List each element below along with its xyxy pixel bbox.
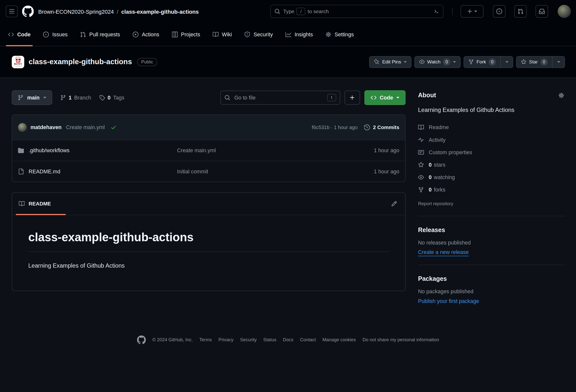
page-title[interactable]: class-example-github-actions <box>29 58 132 66</box>
branches-link[interactable]: 1 Branch <box>60 95 91 101</box>
issue-opened-icon <box>43 31 49 37</box>
tab-projects[interactable]: Projects <box>168 23 204 46</box>
breadcrumb-repo[interactable]: class-example-github-actions <box>121 8 199 14</box>
footer-link-terms[interactable]: Terms <box>199 337 212 343</box>
star-icon <box>418 162 424 168</box>
sidebar: About Learning Examples of Github Action… <box>418 90 565 304</box>
publish-package-link[interactable]: Publish your first package <box>418 298 479 304</box>
command-palette-button[interactable] <box>433 8 439 14</box>
footer-link-contact[interactable]: Contact <box>300 337 316 343</box>
repo-actions: Edit Pins Watch 0 Fork 0 Star 0 <box>369 56 565 68</box>
user-avatar[interactable] <box>558 5 571 18</box>
commit-author-avatar[interactable] <box>18 123 27 132</box>
file-commit-time: 1 hour ago <box>337 168 399 174</box>
branch-selector[interactable]: main <box>12 90 52 105</box>
file-link[interactable]: README.md <box>18 168 177 174</box>
fork-button[interactable]: Fork 0 <box>464 56 513 68</box>
edit-readme-button[interactable] <box>390 199 399 208</box>
tab-wiki[interactable]: Wiki <box>209 23 236 46</box>
plus-icon <box>467 8 473 14</box>
org-avatar-crest <box>16 59 20 63</box>
tab-issues[interactable]: Issues <box>39 23 71 46</box>
sidebar-item-forks[interactable]: 0 forks <box>418 184 565 196</box>
issue-opened-icon <box>496 8 502 14</box>
chevron-down-icon <box>43 97 46 98</box>
edit-about-button[interactable] <box>558 92 565 99</box>
sidebar-item-watching[interactable]: 0 watching <box>418 171 565 184</box>
code-dropdown-button[interactable]: Code <box>364 90 406 105</box>
tags-link[interactable]: 0 Tags <box>99 95 124 101</box>
file-icon <box>18 168 24 174</box>
org-avatar[interactable]: BROWN ECONOMICS <box>12 56 24 68</box>
tab-code[interactable]: Code <box>4 23 34 46</box>
edit-pins-button[interactable]: Edit Pins <box>369 56 411 68</box>
star-dropdown[interactable] <box>552 56 565 67</box>
footer-link-status[interactable]: Status <box>263 337 276 343</box>
org-avatar-laurel <box>15 57 21 58</box>
tab-settings[interactable]: Settings <box>322 23 357 46</box>
about-meta-list: Readme Activity Custom properties 0 star… <box>418 121 565 196</box>
go-to-file-input[interactable] <box>233 94 324 101</box>
footer-link-do-not-share[interactable]: Do not share my personal information <box>362 337 439 343</box>
report-repository-link[interactable]: Report repository <box>418 201 453 206</box>
hamburger-menu-button[interactable] <box>6 5 18 17</box>
repo-toolbar: main 1 Branch 0 Tags t <box>12 90 405 105</box>
breadcrumb-owner[interactable]: Brown-ECON2020-Spring2024 <box>38 8 114 14</box>
sidebar-item-activity[interactable]: Activity <box>418 134 565 146</box>
tab-actions[interactable]: Actions <box>129 23 163 46</box>
fork-dropdown[interactable] <box>500 56 513 67</box>
code-icon <box>8 31 14 37</box>
sidebar-divider <box>418 216 565 216</box>
global-search-input[interactable]: Type / to search <box>270 5 443 18</box>
star-count: 0 <box>540 58 548 66</box>
commit-message[interactable]: Create main.yml <box>66 124 105 130</box>
commit-history-link[interactable]: 2 Commits <box>364 124 399 130</box>
star-button[interactable]: Star 0 <box>516 56 565 68</box>
file-link[interactable]: .github/workflows <box>18 147 177 153</box>
tab-insights[interactable]: Insights <box>282 23 317 46</box>
table-row[interactable]: README.md Initial commit 1 hour ago <box>12 161 405 182</box>
commit-hash-time[interactable]: f6c531b · 1 hour ago <box>312 125 358 130</box>
mark-github-icon <box>22 5 34 17</box>
project-icon <box>172 31 178 37</box>
terminal-icon <box>433 8 439 14</box>
file-commit-message[interactable]: Initial commit <box>177 168 337 174</box>
git-branch-icon <box>18 95 24 101</box>
chevron-down-icon <box>474 11 477 12</box>
sidebar-item-custom-properties[interactable]: Custom properties <box>418 146 565 158</box>
inbox-button[interactable] <box>536 5 548 18</box>
watch-button[interactable]: Watch 0 <box>414 56 461 68</box>
readme-tab[interactable]: README <box>19 201 51 207</box>
table-row[interactable]: .github/workflows Create main.yml 1 hour… <box>12 140 405 161</box>
tab-security[interactable]: Security <box>241 23 277 46</box>
eye-icon <box>419 59 425 65</box>
gear-icon <box>558 93 564 98</box>
main-column: main 1 Branch 0 Tags t <box>12 90 405 304</box>
create-new-button[interactable] <box>461 5 483 18</box>
star-icon <box>521 59 526 65</box>
pull-requests-dashboard-button[interactable] <box>514 5 527 18</box>
readme-card: README class-example-github-actions Lear… <box>12 192 405 291</box>
footer-link-privacy[interactable]: Privacy <box>219 337 233 343</box>
copyright: © 2024 GitHub, Inc. <box>152 337 193 343</box>
github-logo[interactable] <box>22 5 34 17</box>
checks-status-button[interactable] <box>111 124 116 130</box>
create-release-link[interactable]: Create a new release <box>418 249 468 255</box>
issues-dashboard-button[interactable] <box>493 5 505 18</box>
about-title: About <box>418 92 436 99</box>
footer-link-manage-cookies[interactable]: Manage cookies <box>322 337 356 343</box>
add-file-button[interactable] <box>345 91 360 105</box>
sidebar-item-readme[interactable]: Readme <box>418 121 565 134</box>
file-commit-message[interactable]: Create main.yml <box>177 147 337 153</box>
latest-commit-bar: matdehaven Create main.yml f6c531b · 1 h… <box>12 115 405 140</box>
pulse-icon <box>418 137 424 143</box>
footer-link-docs[interactable]: Docs <box>283 337 293 343</box>
plus-icon <box>349 95 355 101</box>
breadcrumb-separator: / <box>117 8 118 14</box>
tab-pull-requests[interactable]: Pull requests <box>76 23 124 46</box>
footer-github-logo[interactable] <box>137 336 146 344</box>
footer-link-security[interactable]: Security <box>240 337 257 343</box>
sidebar-item-stars[interactable]: 0 stars <box>418 159 565 171</box>
note-icon <box>418 149 424 155</box>
commit-author[interactable]: matdehaven <box>30 124 61 130</box>
